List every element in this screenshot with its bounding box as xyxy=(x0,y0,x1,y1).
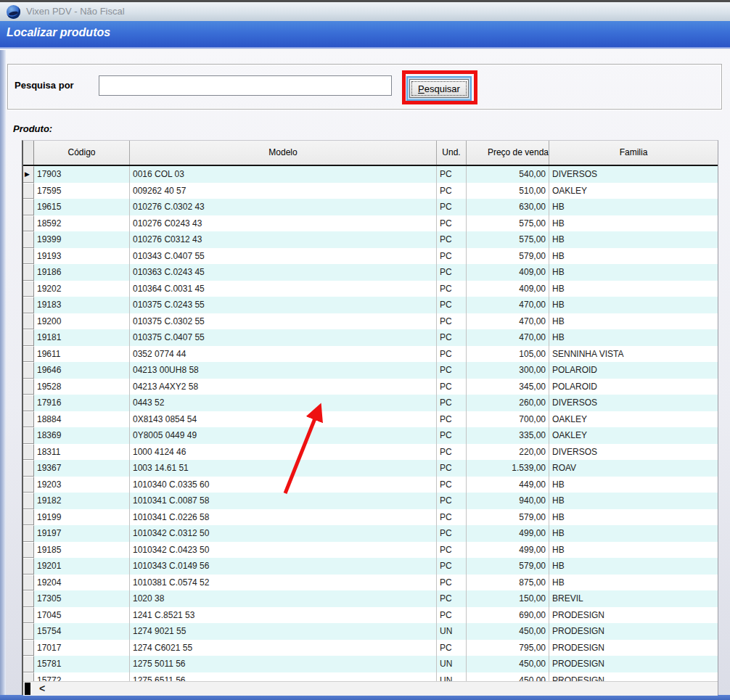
row-selector[interactable] xyxy=(23,590,34,607)
row-selector[interactable] xyxy=(23,264,34,281)
row-selector[interactable] xyxy=(23,379,34,395)
table-row[interactable]: 191991010341 C.0226 58PC579,00HB xyxy=(23,509,718,526)
scroll-left-icon[interactable]: < xyxy=(39,682,45,696)
table-row[interactable]: 19200010375 C.0302 55PC470,00HB xyxy=(23,313,718,330)
table-cell: HB xyxy=(549,313,718,330)
table-cell: 19200 xyxy=(34,313,130,330)
table-cell: 579,00 xyxy=(467,509,549,526)
table-row[interactable]: 183690Y8005 0449 49PC335,00OAKLEY xyxy=(23,427,718,444)
table-cell: 19528 xyxy=(34,379,130,395)
row-selector[interactable] xyxy=(23,313,34,330)
table-cell: 450,00 xyxy=(467,672,549,682)
table-row[interactable]: 19615010276 C.0302 43PC630,00HB xyxy=(23,199,718,215)
row-selector[interactable] xyxy=(23,362,34,379)
table-row[interactable]: 191821010341 C.0087 58PC940,00HB xyxy=(23,493,718,509)
table-row[interactable]: 191971010342 C.0312 50PC499,00HB xyxy=(23,525,718,542)
form-caption-bar: Localizar produtos xyxy=(0,21,730,49)
table-row[interactable]: 192031010340 C.0335 60PC449,00HB xyxy=(23,477,718,493)
table-row[interactable]: 188840X8143 0854 54PC700,00OAKLEY xyxy=(23,411,718,428)
table-cell: HB xyxy=(549,329,718,346)
row-selector[interactable] xyxy=(23,542,34,559)
column-header[interactable]: Modelo xyxy=(130,141,437,165)
row-selector[interactable] xyxy=(23,623,34,640)
search-input[interactable] xyxy=(99,75,392,96)
table-cell: 17595 xyxy=(34,183,130,199)
table-cell: 470,00 xyxy=(467,329,549,346)
table-cell: 1241 C.8521 53 xyxy=(130,607,437,624)
table-cell: POLAROID xyxy=(549,362,718,379)
table-cell: 19611 xyxy=(34,346,130,363)
row-selector[interactable] xyxy=(23,183,34,199)
row-selector[interactable] xyxy=(23,231,34,248)
table-cell: 19185 xyxy=(34,542,130,559)
row-selector[interactable] xyxy=(23,346,34,363)
table-cell: 17305 xyxy=(34,590,130,607)
table-cell: 499,00 xyxy=(467,525,549,542)
current-row-indicator[interactable]: ▶ xyxy=(23,166,34,183)
table-row[interactable]: 192011010343 C.0149 56PC579,00HB xyxy=(23,558,718,575)
row-selector[interactable] xyxy=(23,493,34,509)
row-selector[interactable] xyxy=(23,477,34,493)
row-selector[interactable] xyxy=(23,395,34,411)
search-button[interactable]: Pesquisar xyxy=(409,79,469,98)
table-cell: 0Y8005 0449 49 xyxy=(130,427,437,444)
row-selector[interactable] xyxy=(23,460,34,477)
row-selector[interactable] xyxy=(23,248,34,265)
horizontal-scrollbar[interactable]: < xyxy=(23,681,718,696)
row-selector[interactable] xyxy=(23,656,34,672)
row-selector[interactable] xyxy=(23,411,34,428)
table-row[interactable]: 19183010375 C.0243 55PC470,00HB xyxy=(23,297,718,313)
table-row[interactable]: 19193010343 C.0407 55PC579,00HB xyxy=(23,248,718,265)
table-row[interactable]: ▶179030016 COL 03PC540,00DIVERSOS xyxy=(23,166,718,183)
row-selector[interactable] xyxy=(23,444,34,461)
row-selector[interactable] xyxy=(23,297,34,313)
table-row[interactable]: 19202010364 C.0031 45PC409,00HB xyxy=(23,281,718,297)
column-header[interactable]: Código xyxy=(34,141,130,165)
table-cell: POLAROID xyxy=(549,379,718,395)
table-row[interactable]: 19399010276 C0312 43PC575,00HB xyxy=(23,231,718,248)
table-cell: HB xyxy=(549,558,718,575)
table-row[interactable]: 179160443 52PC260,00DIVERSOS xyxy=(23,395,718,411)
table-row[interactable]: 19181010375 C.0407 55PC470,00HB xyxy=(23,329,718,346)
row-selector[interactable] xyxy=(23,607,34,624)
row-selector[interactable] xyxy=(23,427,34,444)
table-row[interactable]: 193671003 14.61 51PC1.539,00ROAV xyxy=(23,460,718,477)
table-cell: PC xyxy=(437,590,467,607)
row-selector[interactable] xyxy=(23,509,34,526)
hscrollbar-thumb[interactable] xyxy=(25,683,30,695)
table-row[interactable]: 170171274 C6021 55PC795,00PRODESIGN xyxy=(23,640,718,656)
column-header[interactable]: Familia xyxy=(549,141,718,165)
row-selector[interactable] xyxy=(23,672,34,682)
table-row[interactable]: 173051020 38PC150,00BREVIL xyxy=(23,590,718,607)
table-row[interactable]: 157721275 6511 56UN450,00PRODESIGN xyxy=(23,672,718,682)
row-selector[interactable] xyxy=(23,329,34,346)
table-cell: 1000 4124 46 xyxy=(130,444,437,461)
row-selector[interactable] xyxy=(23,281,34,297)
table-row[interactable]: 183111000 4124 46PC220,00DIVERSOS xyxy=(23,444,718,461)
table-row[interactable]: 17595009262 40 57PC510,00OAKLEY xyxy=(23,183,718,199)
table-row[interactable]: 170451241 C.8521 53PC690,00PRODESIGN xyxy=(23,607,718,624)
row-selector[interactable] xyxy=(23,640,34,656)
table-row[interactable]: 1952804213 A4XY2 58PC345,00POLAROID xyxy=(23,379,718,395)
row-selector[interactable] xyxy=(23,215,34,232)
window-left-border xyxy=(0,50,6,695)
row-selector[interactable] xyxy=(23,558,34,575)
table-cell: 1.539,00 xyxy=(467,460,549,477)
table-row[interactable]: 196110352 0774 44PC105,00SENNINHA VISTA xyxy=(23,346,718,363)
table-cell: 0443 52 xyxy=(130,395,437,411)
table-row[interactable]: 157811275 5011 56UN450,00PRODESIGN xyxy=(23,656,718,672)
column-header[interactable]: Und. xyxy=(437,141,467,165)
table-cell: 010343 C.0407 55 xyxy=(130,248,437,265)
table-row[interactable]: 19186010363 C.0243 45PC409,00HB xyxy=(23,264,718,281)
table-row[interactable]: 1964604213 00UH8 58PC300,00POLAROID xyxy=(23,362,718,379)
row-selector[interactable] xyxy=(23,575,34,591)
row-selector[interactable] xyxy=(23,199,34,215)
table-cell: DIVERSOS xyxy=(549,395,718,411)
row-selector[interactable] xyxy=(23,525,34,542)
table-cell: PC xyxy=(437,264,467,281)
column-header[interactable]: Preço de venda xyxy=(467,141,549,165)
table-row[interactable]: 191851010342 C.0423 50PC499,00HB xyxy=(23,542,718,559)
table-row[interactable]: 192041010381 C.0574 52PC875,00HB xyxy=(23,575,718,591)
table-row[interactable]: 157541274 9021 55UN450,00PRODESIGN xyxy=(23,623,718,640)
table-row[interactable]: 18592010276 C0243 43PC575,00HB xyxy=(23,215,718,232)
